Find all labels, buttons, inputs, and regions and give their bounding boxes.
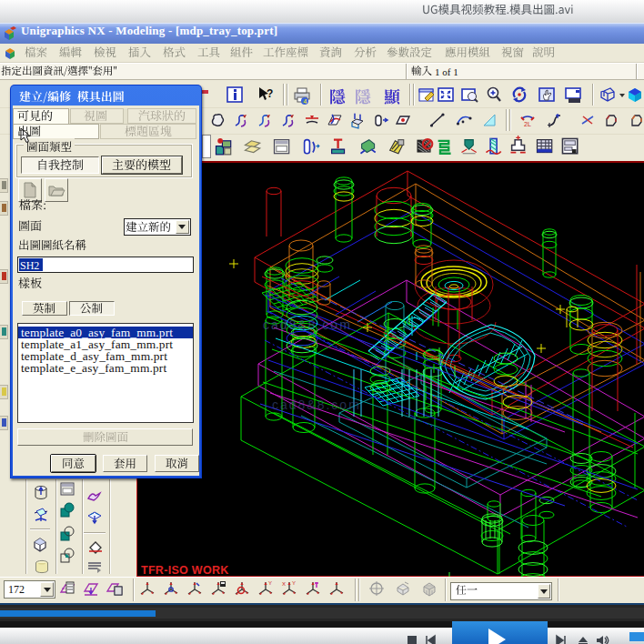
- svg-text:X: X: [282, 581, 286, 587]
- svg-text:Y: Y: [292, 580, 296, 586]
- svg-text:?: ?: [267, 87, 273, 100]
- svg-text:4: 4: [304, 98, 307, 105]
- svg-text:2L: 2L: [524, 121, 531, 127]
- svg-text:Y: Y: [268, 580, 272, 586]
